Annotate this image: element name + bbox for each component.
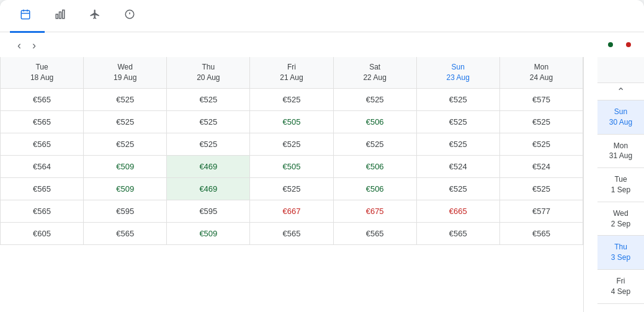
cell-r6-c0[interactable]: €605 xyxy=(1,222,84,244)
airports-icon xyxy=(89,9,101,22)
cell-r0-c3[interactable]: €525 xyxy=(250,88,333,110)
cell-r3-c4[interactable]: €506 xyxy=(333,155,416,177)
cell-r4-c6[interactable]: €525 xyxy=(499,177,583,200)
table-row: €605€565€509€565€565€565€565 xyxy=(1,222,583,244)
cell-r0-c5[interactable]: €525 xyxy=(416,88,499,110)
expensive-legend xyxy=(626,42,634,47)
tab-dates[interactable] xyxy=(10,0,45,33)
cell-r2-c3[interactable]: €525 xyxy=(250,133,333,155)
cell-r2-c0[interactable]: €565 xyxy=(1,133,84,155)
controls-row: ‹ › xyxy=(0,32,644,57)
price-table-wrapper: Tue18 AugWed19 AugThu20 AugFri21 AugSat2… xyxy=(0,57,583,312)
return-items-container: Sun30 AugMon31 AugTue1 SepWed2 SepThu3 S… xyxy=(597,100,644,312)
cell-r5-c1[interactable]: €595 xyxy=(84,200,167,222)
close-button[interactable] xyxy=(629,14,634,19)
table-row: €565€525€525€525€525€525€525 xyxy=(1,133,583,155)
cell-r3-c5[interactable]: €524 xyxy=(416,155,499,177)
cell-r6-c6[interactable]: €565 xyxy=(499,222,583,244)
cell-r5-c5[interactable]: €665 xyxy=(416,200,499,222)
table-row: €565€595€595€667€675€665€577 xyxy=(1,200,583,222)
col-header-5: Sun23 Aug xyxy=(416,57,499,88)
col-header-6: Mon24 Aug xyxy=(499,57,583,88)
col-header-2: Thu20 Aug xyxy=(167,57,250,88)
cell-r3-c1[interactable]: €509 xyxy=(84,155,167,177)
return-section: ⌃ Sun30 AugMon31 AugTue1 SepWed2 SepThu3… xyxy=(583,57,644,312)
cell-r5-c3[interactable]: €667 xyxy=(250,200,333,222)
return-item-1[interactable]: Mon31 Aug xyxy=(597,135,644,169)
cell-r6-c5[interactable]: €565 xyxy=(416,222,499,244)
svg-rect-4 xyxy=(56,14,58,19)
cell-r1-c2[interactable]: €525 xyxy=(167,110,250,133)
legend-items xyxy=(608,42,634,47)
cell-r6-c1[interactable]: €565 xyxy=(84,222,167,244)
cell-r5-c0[interactable]: €565 xyxy=(1,200,84,222)
return-vertical-container xyxy=(584,57,597,312)
cell-r5-c6[interactable]: €577 xyxy=(499,200,583,222)
return-item-3[interactable]: Wed2 Sep xyxy=(597,202,644,236)
cell-r0-c2[interactable]: €525 xyxy=(167,88,250,110)
departure-nav: ‹ › xyxy=(10,37,40,53)
tab-tips[interactable] xyxy=(114,0,149,33)
cell-r2-c1[interactable]: €525 xyxy=(84,133,167,155)
col-header-1: Wed19 Aug xyxy=(84,57,167,88)
svg-rect-6 xyxy=(63,10,65,19)
return-item-2[interactable]: Tue1 Sep xyxy=(597,168,644,202)
price-graph-icon xyxy=(55,9,66,22)
tips-icon xyxy=(124,9,135,22)
cell-r4-c5[interactable]: €525 xyxy=(416,177,499,200)
return-item-6[interactable]: Sat5 Sep xyxy=(597,304,644,312)
cell-r0-c0[interactable]: €565 xyxy=(1,88,84,110)
cell-r4-c1[interactable]: €509 xyxy=(84,177,167,200)
cell-r1-c5[interactable]: €525 xyxy=(416,110,499,133)
cell-r3-c6[interactable]: €524 xyxy=(499,155,583,177)
table-row: €564€509€469€505€506€524€524 xyxy=(1,155,583,177)
cell-r4-c4[interactable]: €506 xyxy=(333,177,416,200)
tabs-bar xyxy=(0,0,644,32)
cell-r4-c3[interactable]: €525 xyxy=(250,177,333,200)
tab-price-graph[interactable] xyxy=(45,0,79,33)
col-header-4: Sat22 Aug xyxy=(333,57,416,88)
table-row: €565€525€525€525€525€525€575 xyxy=(1,88,583,110)
table-row: €565€509€469€525€506€525€525 xyxy=(1,177,583,200)
cell-r5-c2[interactable]: €595 xyxy=(167,200,250,222)
return-dates-col: ⌃ Sun30 AugMon31 AugTue1 SepWed2 SepThu3… xyxy=(597,57,644,312)
cell-r4-c2[interactable]: €469 xyxy=(167,177,250,200)
cell-r6-c2[interactable]: €509 xyxy=(167,222,250,244)
cell-r2-c4[interactable]: €525 xyxy=(333,133,416,155)
cell-r1-c1[interactable]: €525 xyxy=(84,110,167,133)
expensive-dot xyxy=(626,42,631,47)
legend xyxy=(608,42,634,48)
cell-r2-c2[interactable]: €525 xyxy=(167,133,250,155)
cell-r3-c2[interactable]: €469 xyxy=(167,155,250,177)
tab-airports[interactable] xyxy=(79,0,114,33)
cell-r3-c0[interactable]: €564 xyxy=(1,155,84,177)
return-item-5[interactable]: Fri4 Sep xyxy=(597,270,644,304)
cell-r0-c4[interactable]: €525 xyxy=(333,88,416,110)
cell-r0-c1[interactable]: €525 xyxy=(84,88,167,110)
col-header-0: Tue18 Aug xyxy=(1,57,84,88)
cell-r6-c4[interactable]: €565 xyxy=(333,222,416,244)
cell-r1-c6[interactable]: €525 xyxy=(499,110,583,133)
return-scroll-up-button[interactable]: ⌃ xyxy=(615,84,626,99)
return-header-spacer xyxy=(597,57,644,83)
svg-rect-0 xyxy=(21,11,30,19)
cell-r2-c6[interactable]: €525 xyxy=(499,133,583,155)
return-item-0[interactable]: Sun30 Aug xyxy=(597,100,644,135)
cell-r1-c0[interactable]: €565 xyxy=(1,110,84,133)
cell-r1-c3[interactable]: €505 xyxy=(250,110,333,133)
price-table: Tue18 AugWed19 AugThu20 AugFri21 AugSat2… xyxy=(0,57,583,245)
cell-r0-c6[interactable]: €575 xyxy=(499,88,583,110)
cell-r6-c3[interactable]: €565 xyxy=(250,222,333,244)
main-card: ‹ › Tue18 AugWed19 AugThu20 AugFri21 xyxy=(0,0,644,312)
cell-r3-c3[interactable]: €505 xyxy=(250,155,333,177)
return-nav-up: ⌃ xyxy=(597,83,644,100)
prev-departure-button[interactable]: ‹ xyxy=(14,37,25,53)
col-header-3: Fri21 Aug xyxy=(250,57,333,88)
cell-r1-c4[interactable]: €506 xyxy=(333,110,416,133)
return-item-4[interactable]: Thu3 Sep xyxy=(597,236,644,270)
cell-r4-c0[interactable]: €565 xyxy=(1,177,84,200)
cell-r5-c4[interactable]: €675 xyxy=(333,200,416,222)
cell-r2-c5[interactable]: €525 xyxy=(416,133,499,155)
cheaper-dot xyxy=(608,42,613,47)
next-departure-button[interactable]: › xyxy=(29,37,40,53)
